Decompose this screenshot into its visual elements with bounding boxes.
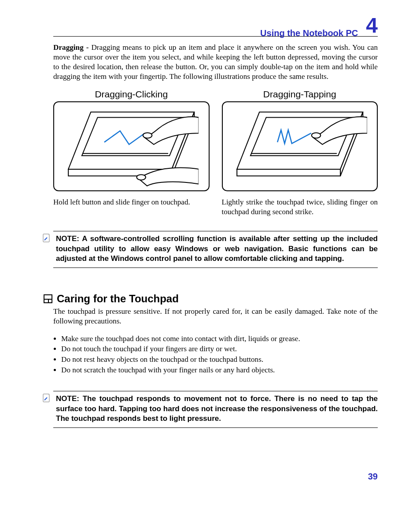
svg-point-6	[136, 175, 145, 180]
figure-right-image	[222, 101, 378, 191]
figure-row: Dragging-Clicking	[53, 89, 378, 217]
chapter-title: Using the Notebook PC	[260, 28, 358, 38]
chapter-header: Using the Notebook PC 4	[53, 15, 378, 37]
content-area: Using the Notebook PC 4 Dragging - Dragg…	[53, 15, 378, 428]
note-1: NOTE: A software-controlled scrolling fu…	[53, 231, 378, 268]
touchpad-tapping-illustration	[232, 108, 367, 187]
svg-point-12	[311, 133, 320, 138]
section-heading: Caring for the Touchpad	[57, 293, 179, 305]
list-item: Make sure the touchpad does not come int…	[61, 334, 378, 344]
page: Using the Notebook PC 4 Dragging - Dragg…	[0, 0, 420, 509]
note-1-wrap: NOTE: A software-controlled scrolling fu…	[53, 231, 378, 268]
svg-point-5	[143, 133, 152, 138]
figure-right-title: Dragging-Tapping	[222, 89, 378, 100]
precautions-list: Make sure the touchpad does not come int…	[53, 334, 378, 375]
list-item: Do not scratch the touchpad with your fi…	[61, 365, 378, 375]
touchpad-section-icon	[44, 294, 52, 303]
chapter-number: 4	[366, 15, 378, 36]
figure-left-title: Dragging-Clicking	[53, 89, 210, 100]
note-2: NOTE: The touchpad responds to movement …	[53, 391, 378, 427]
note-icon	[43, 234, 50, 242]
figure-left-image	[53, 101, 210, 191]
figure-right: Dragging-Tapping Light	[222, 89, 378, 217]
figure-left: Dragging-Clicking	[53, 89, 210, 217]
page-number: 39	[368, 472, 378, 482]
touchpad-clicking-illustration	[64, 108, 199, 187]
note-icon	[43, 394, 50, 402]
figure-left-caption: Hold left button and slide finger on tou…	[53, 197, 210, 207]
dragging-paragraph: Dragging - Dragging means to pick up an …	[53, 43, 378, 82]
section-intro: The touchpad is pressure sensitive. If n…	[53, 307, 378, 327]
list-item: Do not touch the touchpad if your finger…	[61, 344, 378, 354]
figure-right-caption: Lightly strike the touchpad twice, slidi…	[222, 197, 378, 217]
svg-marker-8	[237, 169, 340, 176]
dragging-label: Dragging -	[53, 43, 88, 52]
section-heading-row: Caring for the Touchpad	[53, 293, 378, 305]
list-item: Do not rest heavy objects on the touchpa…	[61, 355, 378, 365]
note-2-wrap: NOTE: The touchpad responds to movement …	[53, 391, 378, 427]
dragging-text: Dragging means to pick up an item and pl…	[53, 43, 378, 81]
